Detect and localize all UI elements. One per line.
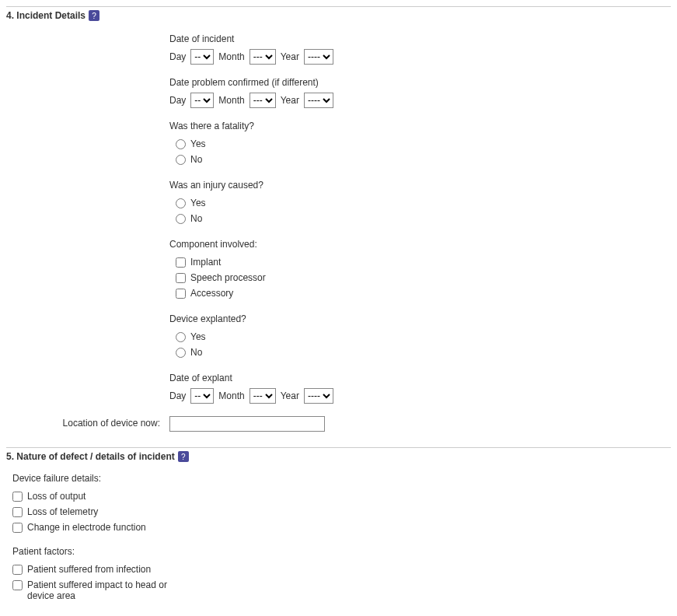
fatality-no-radio[interactable] xyxy=(176,155,186,165)
injury-yes-radio[interactable] xyxy=(176,198,186,208)
component-implant-checkbox[interactable] xyxy=(176,257,186,268)
location-input[interactable] xyxy=(169,416,325,432)
date-confirmed-label: Date problem confirmed (if different) xyxy=(169,77,671,88)
section4-title: 4. Incident Details xyxy=(6,10,85,21)
impact-checkbox[interactable] xyxy=(12,580,23,590)
date-explant-label: Date of explant xyxy=(169,373,671,383)
impact-label: Patient suffered impact to head or devic… xyxy=(27,579,168,601)
day-label: Day xyxy=(169,51,186,62)
year-select[interactable]: ---- xyxy=(304,93,333,108)
day-select[interactable]: -- xyxy=(190,49,214,65)
component-label: Component involved: xyxy=(169,239,671,250)
injury-row: Was an injury caused? Yes No xyxy=(6,180,671,226)
fatality-no-row: No xyxy=(169,152,671,167)
location-label: Location of device now: xyxy=(6,416,169,429)
explanted-no-radio[interactable] xyxy=(176,348,186,358)
date-confirmed-fields: Day -- Month --- Year ---- xyxy=(169,93,671,108)
year-select[interactable]: ---- xyxy=(304,49,333,65)
impact-row: Patient suffered impact to head or devic… xyxy=(12,577,168,604)
component-speech-checkbox[interactable] xyxy=(176,273,186,283)
electrode-label: Change in electrode function xyxy=(27,522,146,533)
day-select[interactable]: -- xyxy=(190,93,214,108)
year-label: Year xyxy=(281,51,299,62)
fatality-no-label: No xyxy=(190,154,202,165)
date-explant-fields: Day -- Month --- Year ---- xyxy=(169,388,671,404)
month-select[interactable]: --- xyxy=(250,49,276,65)
loss-telemetry-row: Loss of telemetry xyxy=(12,504,168,520)
explanted-label: Device explanted? xyxy=(169,313,671,324)
month-label: Month xyxy=(218,390,244,401)
month-label: Month xyxy=(218,95,244,106)
loss-telemetry-checkbox[interactable] xyxy=(12,507,23,517)
component-accessory-label: Accessory xyxy=(190,288,233,299)
injury-no-radio[interactable] xyxy=(176,214,186,224)
month-label: Month xyxy=(218,51,244,62)
date-incident-row: Date of incident Day -- Month --- Year -… xyxy=(6,33,671,65)
section5-title: 5. Nature of defect / details of inciden… xyxy=(6,451,175,462)
explanted-yes-row: Yes xyxy=(169,329,671,345)
date-incident-label: Date of incident xyxy=(169,33,671,44)
explanted-yes-radio[interactable] xyxy=(176,332,186,342)
component-row: Component involved: Implant Speech proce… xyxy=(6,239,671,301)
month-select[interactable]: --- xyxy=(250,93,276,108)
fatality-row: Was there a fatality? Yes No xyxy=(6,121,671,167)
device-failure-heading: Device failure details: xyxy=(12,473,671,484)
date-confirmed-row: Date problem confirmed (if different) Da… xyxy=(6,77,671,108)
loss-telemetry-label: Loss of telemetry xyxy=(27,506,98,517)
year-select[interactable]: ---- xyxy=(304,388,333,404)
injury-no-row: No xyxy=(169,211,671,226)
section5-header: 5. Nature of defect / details of inciden… xyxy=(6,448,671,465)
fatality-yes-radio[interactable] xyxy=(176,139,186,149)
electrode-row: Change in electrode function xyxy=(12,520,168,535)
explanted-row: Device explanted? Yes No xyxy=(6,313,671,360)
fatality-label: Was there a fatality? xyxy=(169,121,671,131)
year-label: Year xyxy=(281,95,299,106)
month-select[interactable]: --- xyxy=(250,388,276,404)
infection-label: Patient suffered from infection xyxy=(27,564,151,575)
infection-checkbox[interactable] xyxy=(12,565,23,575)
explanted-no-label: No xyxy=(190,347,202,358)
component-implant-row: Implant xyxy=(169,254,671,270)
section5-body: Device failure details: Loss of output L… xyxy=(6,465,671,616)
component-speech-label: Speech processor xyxy=(190,272,266,283)
day-select[interactable]: -- xyxy=(190,388,214,404)
component-accessory-row: Accessory xyxy=(169,285,671,301)
loss-output-checkbox[interactable] xyxy=(12,492,23,502)
loss-output-label: Loss of output xyxy=(27,491,85,502)
injury-yes-row: Yes xyxy=(169,195,671,211)
year-label: Year xyxy=(281,390,299,401)
infection-row: Patient suffered from infection xyxy=(12,562,168,577)
electrode-checkbox[interactable] xyxy=(12,523,23,533)
injury-yes-label: Yes xyxy=(190,198,206,208)
date-explant-row: Date of explant Day -- Month --- Year --… xyxy=(6,373,671,404)
device-failure-list: Loss of output Loss of telemetry Change … xyxy=(12,488,671,535)
date-incident-fields: Day -- Month --- Year ---- xyxy=(169,49,671,65)
patient-factors-list: Patient suffered from infection Patient … xyxy=(12,562,671,604)
fatality-yes-label: Yes xyxy=(190,138,206,149)
section4-body: Date of incident Day -- Month --- Year -… xyxy=(6,24,671,447)
explanted-no-row: No xyxy=(169,345,671,360)
location-row: Location of device now: xyxy=(6,416,671,432)
fatality-yes-row: Yes xyxy=(169,136,671,152)
explanted-yes-label: Yes xyxy=(190,331,206,342)
component-speech-row: Speech processor xyxy=(169,270,671,285)
component-implant-label: Implant xyxy=(190,257,221,268)
injury-label: Was an injury caused? xyxy=(169,180,671,191)
patient-factors-heading: Patient factors: xyxy=(12,546,671,557)
loss-output-row: Loss of output xyxy=(12,488,168,504)
injury-no-label: No xyxy=(190,213,202,224)
day-label: Day xyxy=(169,95,186,106)
day-label: Day xyxy=(169,390,186,401)
help-icon[interactable]: ? xyxy=(178,451,189,462)
section4-header: 4. Incident Details ? xyxy=(6,7,671,24)
help-icon[interactable]: ? xyxy=(89,10,99,21)
component-accessory-checkbox[interactable] xyxy=(176,289,186,299)
